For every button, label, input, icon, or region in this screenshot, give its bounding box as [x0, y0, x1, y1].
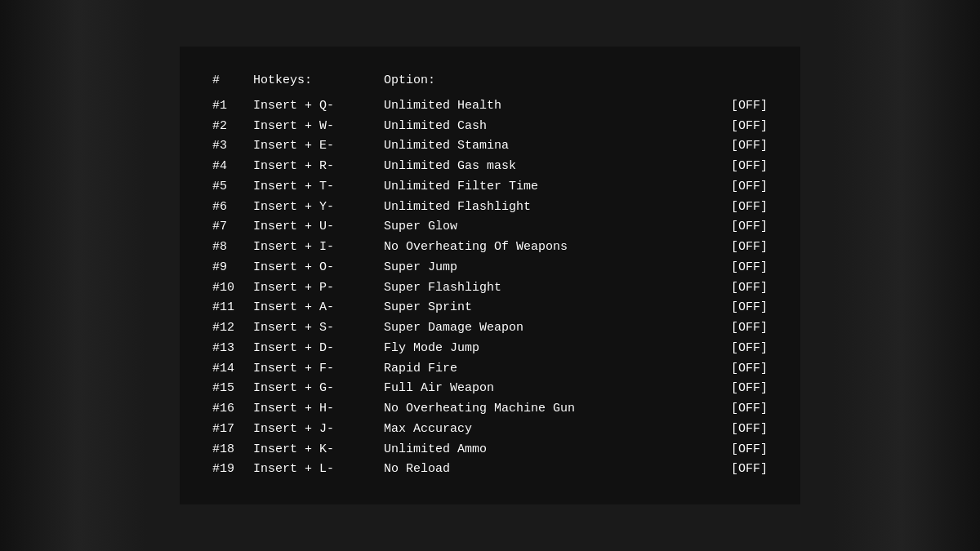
- table-row[interactable]: #19Insert + L-No Reload[OFF]: [212, 460, 768, 480]
- cheat-num: #4: [212, 157, 253, 177]
- cheat-option: Unlimited Health: [384, 96, 710, 117]
- table-row[interactable]: #17Insert + J-Max Accuracy[OFF]: [212, 420, 768, 440]
- cheat-hotkey: Insert + T-: [253, 177, 384, 198]
- cheat-status[interactable]: [OFF]: [710, 318, 768, 339]
- table-row[interactable]: #11Insert + A-Super Sprint[OFF]: [212, 298, 768, 318]
- table-row[interactable]: #4Insert + R-Unlimited Gas mask[OFF]: [212, 157, 768, 177]
- table-row[interactable]: #15Insert + G-Full Air Weapon[OFF]: [212, 379, 768, 399]
- cheat-option: Unlimited Cash: [384, 117, 710, 137]
- table-row[interactable]: #16Insert + H-No Overheating Machine Gun…: [212, 399, 768, 420]
- cheat-status[interactable]: [OFF]: [710, 157, 768, 177]
- cheat-option: Unlimited Gas mask: [384, 157, 710, 177]
- cheat-status[interactable]: [OFF]: [710, 258, 768, 278]
- cheat-num: #6: [212, 198, 253, 218]
- cheat-status[interactable]: [OFF]: [710, 359, 768, 380]
- cheat-status[interactable]: [OFF]: [710, 339, 768, 359]
- cheat-option: Unlimited Filter Time: [384, 177, 710, 198]
- cheat-status[interactable]: [OFF]: [710, 298, 768, 318]
- cheat-num: #7: [212, 217, 253, 238]
- cheat-num: #2: [212, 117, 253, 137]
- cheat-option: Super Flashlight: [384, 278, 710, 299]
- cheat-num: #13: [212, 339, 253, 359]
- cheat-num: #9: [212, 258, 253, 278]
- cheat-num: #3: [212, 136, 253, 157]
- cheat-status[interactable]: [OFF]: [710, 177, 768, 198]
- cheat-status[interactable]: [OFF]: [710, 238, 768, 258]
- table-row[interactable]: #8Insert + I-No Overheating Of Weapons[O…: [212, 238, 768, 258]
- cheat-option: Fly Mode Jump: [384, 339, 710, 359]
- cheat-hotkey: Insert + E-: [253, 136, 384, 157]
- cheat-option: Super Sprint: [384, 298, 710, 318]
- header-num: #: [212, 71, 253, 91]
- cheat-option: Unlimited Stamina: [384, 136, 710, 157]
- table-row[interactable]: #13Insert + D-Fly Mode Jump[OFF]: [212, 339, 768, 359]
- cheat-num: #15: [212, 379, 253, 399]
- cheat-num: #17: [212, 420, 253, 440]
- table-row[interactable]: #5Insert + T-Unlimited Filter Time[OFF]: [212, 177, 768, 198]
- cheat-hotkey: Insert + G-: [253, 379, 384, 399]
- cheat-hotkey: Insert + O-: [253, 258, 384, 278]
- cheat-option: Max Accuracy: [384, 420, 710, 440]
- cheat-status[interactable]: [OFF]: [710, 117, 768, 137]
- cheat-status[interactable]: [OFF]: [710, 379, 768, 399]
- table-row[interactable]: #10Insert + P-Super Flashlight[OFF]: [212, 278, 768, 299]
- cheat-status[interactable]: [OFF]: [710, 96, 768, 117]
- table-header: # Hotkeys: Option:: [212, 71, 768, 91]
- table-row[interactable]: #7Insert + U-Super Glow[OFF]: [212, 217, 768, 238]
- cheat-hotkey: Insert + S-: [253, 318, 384, 339]
- cheat-status[interactable]: [OFF]: [710, 198, 768, 218]
- cheat-panel: # Hotkeys: Option: #1Insert + Q-Unlimite…: [180, 47, 800, 504]
- cheat-num: #11: [212, 298, 253, 318]
- cheat-num: #5: [212, 177, 253, 198]
- cheat-hotkey: Insert + Q-: [253, 96, 384, 117]
- cheat-hotkey: Insert + P-: [253, 278, 384, 299]
- table-row[interactable]: #12Insert + S-Super Damage Weapon[OFF]: [212, 318, 768, 339]
- header-status: [710, 71, 768, 91]
- table-row[interactable]: #2Insert + W-Unlimited Cash[OFF]: [212, 117, 768, 137]
- table-row[interactable]: #14Insert + F-Rapid Fire[OFF]: [212, 359, 768, 380]
- outer-container: # Hotkeys: Option: #1Insert + Q-Unlimite…: [0, 0, 980, 551]
- cheat-hotkey: Insert + K-: [253, 440, 384, 460]
- cheat-hotkey: Insert + L-: [253, 460, 384, 480]
- cheat-status[interactable]: [OFF]: [710, 440, 768, 460]
- cheat-num: #19: [212, 460, 253, 480]
- cheat-status[interactable]: [OFF]: [710, 420, 768, 440]
- cheat-option: Super Glow: [384, 217, 710, 238]
- cheat-status[interactable]: [OFF]: [710, 399, 768, 420]
- cheat-num: #14: [212, 359, 253, 380]
- cheat-option: Super Damage Weapon: [384, 318, 710, 339]
- table-row[interactable]: #9Insert + O-Super Jump[OFF]: [212, 258, 768, 278]
- cheat-hotkey: Insert + F-: [253, 359, 384, 380]
- cheat-option: Unlimited Flashlight: [384, 198, 710, 218]
- table-row[interactable]: #3Insert + E-Unlimited Stamina[OFF]: [212, 136, 768, 157]
- cheat-hotkey: Insert + H-: [253, 399, 384, 420]
- header-hotkeys: Hotkeys:: [253, 71, 384, 91]
- cheat-option: No Reload: [384, 460, 710, 480]
- cheat-option: No Overheating Of Weapons: [384, 238, 710, 258]
- table-row[interactable]: #18Insert + K-Unlimited Ammo[OFF]: [212, 440, 768, 460]
- cheat-status[interactable]: [OFF]: [710, 278, 768, 299]
- cheat-option: Full Air Weapon: [384, 379, 710, 399]
- cheat-num: #12: [212, 318, 253, 339]
- cheat-option: Super Jump: [384, 258, 710, 278]
- cheat-hotkey: Insert + I-: [253, 238, 384, 258]
- cheat-num: #10: [212, 278, 253, 299]
- table-row[interactable]: #1Insert + Q-Unlimited Health[OFF]: [212, 96, 768, 117]
- header-option: Option:: [384, 71, 710, 91]
- cheat-status[interactable]: [OFF]: [710, 460, 768, 480]
- cheat-status[interactable]: [OFF]: [710, 217, 768, 238]
- cheat-status[interactable]: [OFF]: [710, 136, 768, 157]
- cheat-hotkey: Insert + J-: [253, 420, 384, 440]
- cheat-hotkey: Insert + U-: [253, 217, 384, 238]
- cheat-hotkey: Insert + R-: [253, 157, 384, 177]
- cheat-option: No Overheating Machine Gun: [384, 399, 710, 420]
- cheat-num: #8: [212, 238, 253, 258]
- cheat-hotkey: Insert + D-: [253, 339, 384, 359]
- cheat-num: #1: [212, 96, 253, 117]
- table-row[interactable]: #6Insert + Y-Unlimited Flashlight[OFF]: [212, 198, 768, 218]
- cheat-option: Rapid Fire: [384, 359, 710, 380]
- cheat-num: #18: [212, 440, 253, 460]
- cheat-hotkey: Insert + A-: [253, 298, 384, 318]
- cheat-hotkey: Insert + W-: [253, 117, 384, 137]
- cheat-list: #1Insert + Q-Unlimited Health[OFF]#2Inse…: [212, 96, 768, 480]
